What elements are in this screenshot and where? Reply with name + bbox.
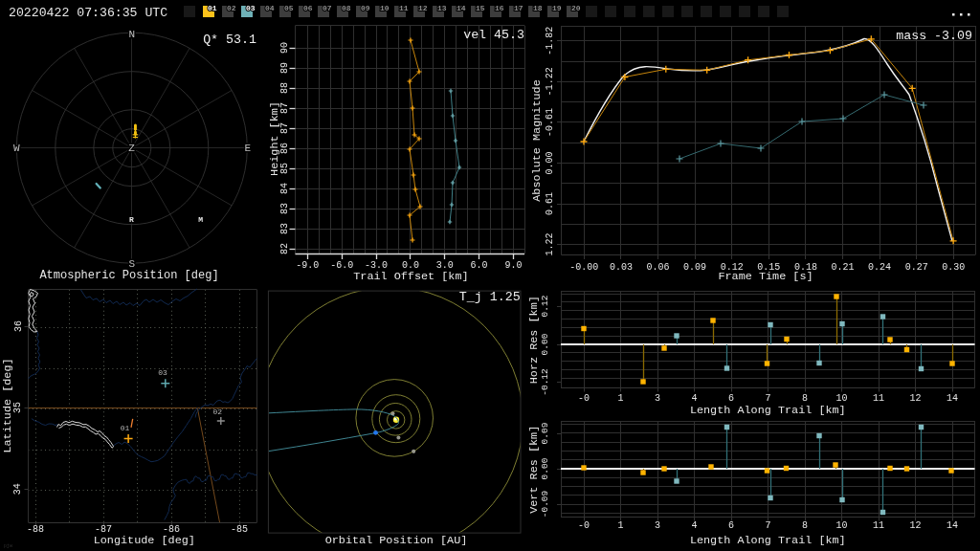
svg-text:Trail Offset [km]: Trail Offset [km]: [353, 270, 468, 283]
svg-text:Latitude [deg]: Latitude [deg]: [1, 358, 14, 452]
svg-text:1.22: 1.22: [545, 233, 555, 256]
svg-text:12: 12: [909, 393, 921, 404]
svg-text:-1.22: -1.22: [545, 67, 555, 96]
svg-text:84: 84: [279, 183, 290, 194]
svg-text:01: 01: [208, 4, 217, 12]
svg-text:03: 03: [158, 368, 167, 377]
svg-text:-0: -0: [578, 520, 590, 531]
svg-text:Vert Res [km]: Vert Res [km]: [528, 426, 542, 514]
svg-text:14: 14: [947, 393, 958, 404]
svg-text:Longitude [deg]: Longitude [deg]: [94, 534, 195, 547]
svg-text:-0.00: -0.00: [569, 262, 598, 273]
svg-text:0.00: 0.00: [540, 457, 550, 479]
svg-text:11: 11: [873, 393, 884, 404]
svg-text:11: 11: [873, 520, 884, 531]
svg-text:-0.61: -0.61: [545, 108, 555, 137]
svg-text:7: 7: [765, 520, 770, 531]
svg-text:Atmospheric Position [deg]: Atmospheric Position [deg]: [39, 269, 218, 282]
svg-text:13: 13: [437, 4, 447, 12]
svg-text:34: 34: [13, 483, 24, 495]
svg-text:0.24: 0.24: [868, 262, 891, 273]
svg-text:pjw: pjw: [4, 543, 12, 549]
svg-text:Orbital Position [AU]: Orbital Position [AU]: [325, 534, 468, 547]
svg-text:10: 10: [380, 4, 390, 12]
svg-text:Z: Z: [128, 143, 135, 154]
svg-text:02: 02: [212, 408, 222, 416]
svg-text:0.09: 0.09: [540, 422, 550, 444]
svg-text:15: 15: [476, 4, 485, 12]
svg-text:01: 01: [121, 424, 130, 432]
svg-text:Frame Time [s]: Frame Time [s]: [718, 270, 813, 283]
svg-text:07: 07: [323, 4, 332, 12]
svg-text:04: 04: [265, 4, 275, 12]
svg-text:4: 4: [691, 520, 697, 531]
svg-text:11: 11: [399, 4, 409, 12]
svg-text:82: 82: [279, 243, 290, 254]
svg-text:20: 20: [571, 4, 581, 12]
svg-text:0.03: 0.03: [610, 262, 633, 273]
svg-text:0.27: 0.27: [905, 262, 928, 273]
svg-text:89: 89: [279, 62, 290, 74]
svg-text:0.21: 0.21: [831, 262, 854, 273]
svg-text:10: 10: [835, 393, 847, 404]
svg-text:Q* 53.1: Q* 53.1: [203, 33, 256, 47]
svg-text:0.00: 0.00: [540, 333, 550, 355]
svg-text:3: 3: [655, 393, 660, 404]
svg-text:N: N: [128, 29, 135, 40]
svg-text:-85: -85: [231, 524, 248, 535]
svg-text:-0.09: -0.09: [540, 490, 550, 518]
svg-text:-88: -88: [27, 524, 44, 535]
svg-text:Length Along Trail [km]: Length Along Trail [km]: [690, 404, 846, 417]
svg-text:20220422 07:36:35 UTC: 20220422 07:36:35 UTC: [9, 6, 167, 20]
svg-text:83: 83: [279, 223, 290, 234]
svg-text:03: 03: [246, 4, 256, 12]
svg-text:0.09: 0.09: [683, 262, 706, 273]
svg-text:17: 17: [514, 4, 523, 12]
svg-text:Horz Res [km]: Horz Res [km]: [528, 296, 542, 384]
svg-text:mass -3.09: mass -3.09: [896, 29, 972, 43]
svg-text:14: 14: [947, 520, 958, 531]
svg-text:14: 14: [457, 4, 466, 12]
svg-text:R: R: [129, 215, 134, 224]
svg-text:8: 8: [802, 520, 808, 531]
svg-text:Height [km]: Height [km]: [268, 101, 281, 176]
svg-text:83: 83: [279, 203, 290, 214]
svg-text:6: 6: [728, 520, 734, 531]
svg-text:0.30: 0.30: [942, 262, 965, 273]
svg-text:-0: -0: [578, 393, 590, 404]
svg-text:T_j 1.25: T_j 1.25: [459, 290, 521, 304]
svg-text:E: E: [244, 143, 251, 154]
svg-text:7: 7: [765, 393, 770, 404]
svg-text:Length Along Trail [km]: Length Along Trail [km]: [690, 534, 846, 547]
svg-text:-6.0: -6.0: [330, 260, 353, 271]
svg-text:18: 18: [533, 4, 543, 12]
svg-text:1: 1: [617, 393, 623, 404]
svg-text:02: 02: [227, 4, 236, 12]
svg-text:M: M: [198, 215, 203, 224]
svg-text:35: 35: [13, 402, 24, 413]
svg-text:-1.82: -1.82: [545, 27, 555, 55]
svg-text:0.06: 0.06: [646, 262, 669, 273]
svg-text:08: 08: [342, 4, 351, 12]
svg-text:06: 06: [303, 4, 313, 12]
svg-text:19: 19: [552, 4, 562, 12]
svg-text:12: 12: [418, 4, 428, 12]
svg-text:88: 88: [279, 82, 290, 94]
svg-text:90: 90: [279, 42, 290, 54]
svg-text:0.00: 0.00: [545, 151, 555, 174]
svg-text:16: 16: [495, 4, 504, 12]
svg-text:-0.12: -0.12: [540, 368, 550, 396]
svg-text:4: 4: [691, 393, 697, 404]
svg-text:vel 45.3: vel 45.3: [463, 28, 524, 42]
svg-text:W: W: [13, 143, 20, 154]
svg-text:6.0: 6.0: [471, 260, 488, 271]
svg-text:8: 8: [802, 393, 808, 404]
svg-text:12: 12: [909, 520, 921, 531]
svg-text:36: 36: [13, 320, 24, 332]
svg-text:9.0: 9.0: [504, 260, 522, 271]
svg-text:3: 3: [655, 520, 660, 531]
svg-text:-9.0: -9.0: [296, 260, 319, 271]
svg-text:6: 6: [728, 393, 734, 404]
svg-text:09: 09: [361, 4, 370, 12]
svg-text:Absolute Magnitude: Absolute Magnitude: [530, 79, 544, 201]
